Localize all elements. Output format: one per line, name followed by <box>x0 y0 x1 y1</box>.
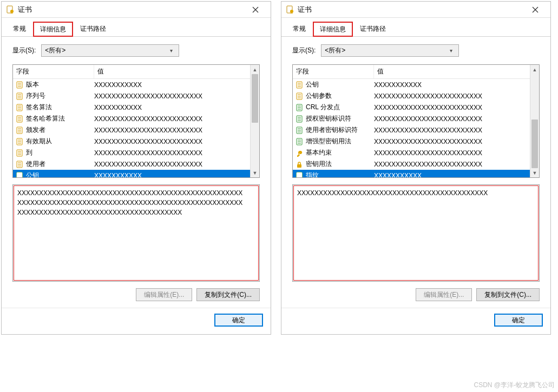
detail-text: XXXXXXXXXXXXXXXXXXXXXXXXXXXXXXXXXXXXXXXX… <box>297 188 535 198</box>
watermark: CSDN @李洋-蛟龙腾飞公司 <box>474 381 555 390</box>
doc-icon <box>15 171 24 178</box>
row-field: 密钥用法 <box>306 160 374 169</box>
detail-value-box[interactable]: XXXXXXXXXXXXXXXXXXXXXXXXXXXXXXXXXXXXXXXX… <box>292 184 540 282</box>
table-row[interactable]: 版本XXXXXXXXXXX <box>13 79 250 90</box>
tab-details[interactable]: 详细信息 <box>313 22 353 37</box>
row-field: 增强型密钥用法 <box>306 137 374 146</box>
ok-button[interactable]: 确定 <box>214 314 263 327</box>
row-field: CRL 分发点 <box>306 103 374 112</box>
list-scrollbar[interactable]: ▲ ▼ <box>530 65 539 177</box>
ext-icon <box>295 137 304 146</box>
scroll-up-icon[interactable]: ▲ <box>530 65 539 74</box>
tab-general[interactable]: 常规 <box>6 21 33 36</box>
scroll-down-icon[interactable]: ▼ <box>251 168 259 177</box>
row-field: 到 <box>26 148 94 157</box>
table-row[interactable]: 增强型密钥用法XXXXXXXXXXXXXXXXXXXXXXXXX <box>293 136 530 147</box>
table-row[interactable]: 基本约束XXXXXXXXXXXXXXXXXXXXXXXXX <box>293 147 530 158</box>
table-row[interactable]: 签名算法XXXXXXXXXXX <box>13 102 250 113</box>
row-value: XXXXXXXXXXX <box>94 104 248 111</box>
table-row[interactable]: 序列号XXXXXXXXXXXXXXXXXXXXXXXXX <box>13 90 250 102</box>
row-field: 签名哈希算法 <box>26 114 94 123</box>
row-value: XXXXXXXXXXXXXXXXXXXXXXXXX <box>94 149 248 157</box>
table-row[interactable]: 公钥参数XXXXXXXXXXXXXXXXXXXXXXXXX <box>293 90 530 102</box>
row-value: XXXXXXXXXXX <box>94 81 248 89</box>
doc-icon <box>295 81 304 89</box>
close-button[interactable] <box>245 2 266 17</box>
table-row[interactable]: 颁发者XXXXXXXXXXXXXXXXXXXXXXXXX <box>13 124 250 136</box>
copy-to-file-button[interactable]: 复制到文件(C)... <box>476 288 540 301</box>
doc-icon <box>295 171 304 178</box>
edit-properties-button: 编辑属性(E)... <box>136 288 192 301</box>
edit-properties-button: 编辑属性(E)... <box>416 288 472 301</box>
field-list[interactable]: 字段 值 公钥XXXXXXXXXXX公钥参数XXXXXXXXXXXXXXXXXX… <box>292 64 540 178</box>
row-field: 基本约束 <box>306 148 374 157</box>
show-select-value: <所有> <box>325 46 447 55</box>
table-row[interactable]: 密钥用法XXXXXXXXXXXXXXXXXXXXXXXXX <box>293 158 530 170</box>
scroll-thumb[interactable] <box>531 119 538 168</box>
doc-icon <box>15 126 24 135</box>
col-field[interactable]: 字段 <box>293 65 374 78</box>
row-value: XXXXXXXXXXXXXXXXXXXXXXXXX <box>374 115 528 123</box>
ext-icon <box>295 115 304 123</box>
detail-text: XXXXXXXXXXXXXXXXXXXXXXXXXXXXXXXXXXXXXXXX… <box>17 188 255 217</box>
show-select[interactable]: <所有> ▾ <box>321 44 459 57</box>
certificate-window-right: 证书 常规 详细信息 证书路径 显示(S): <所有> ▾ 字段 值 <box>281 1 551 335</box>
tab-general[interactable]: 常规 <box>286 21 313 36</box>
col-value[interactable]: 值 <box>374 65 530 78</box>
show-select[interactable]: <所有> ▾ <box>41 44 179 57</box>
copy-to-file-button[interactable]: 复制到文件(C)... <box>196 288 260 301</box>
tab-path[interactable]: 证书路径 <box>353 21 393 36</box>
row-value: XXXXXXXXXXXXXXXXXXXXXXXXX <box>374 138 528 145</box>
cert-icon <box>6 5 15 14</box>
table-row[interactable]: 签名哈希算法XXXXXXXXXXXXXXXXXXXXXXXXX <box>13 113 250 124</box>
titlebar: 证书 <box>2 2 271 18</box>
row-value: XXXXXXXXXXX <box>374 81 528 89</box>
row-value: XXXXXXXXXXXXXXXXXXXXXXXXX <box>94 127 248 134</box>
doc-icon <box>15 92 24 101</box>
list-scrollbar[interactable]: ▲ ▼ <box>250 65 259 177</box>
doc-icon <box>295 92 304 101</box>
table-row[interactable]: 公钥XXXXXXXXXXX <box>13 170 250 177</box>
table-row[interactable]: 指纹XXXXXXXXXXX <box>293 170 530 177</box>
tab-details[interactable]: 详细信息 <box>33 22 73 37</box>
ext-icon <box>295 103 304 112</box>
table-row[interactable]: 授权密钥标识符XXXXXXXXXXXXXXXXXXXXXXXXX <box>293 113 530 124</box>
ok-button[interactable]: 确定 <box>494 314 543 327</box>
scroll-thumb[interactable] <box>252 74 258 123</box>
table-row[interactable]: 使用者密钥标识符XXXXXXXXXXXXXXXXXXXXXXXXX <box>293 124 530 136</box>
table-row[interactable]: CRL 分发点XXXXXXXXXXXXXXXXXXXXXXXXX <box>293 102 530 113</box>
tab-path[interactable]: 证书路径 <box>73 21 113 36</box>
chevron-down-icon: ▾ <box>447 48 455 54</box>
cert-icon <box>286 5 294 14</box>
row-field: 公钥 <box>26 171 94 177</box>
row-field: 指纹 <box>306 171 374 177</box>
scroll-down-icon[interactable]: ▼ <box>530 168 539 177</box>
table-row[interactable]: 到XXXXXXXXXXXXXXXXXXXXXXXXX <box>13 147 250 158</box>
row-value: XXXXXXXXXXXXXXXXXXXXXXXXX <box>374 161 528 168</box>
doc-icon <box>15 115 24 123</box>
row-field: 版本 <box>26 80 94 89</box>
window-title: 证书 <box>298 5 524 15</box>
row-field: 签名算法 <box>26 103 94 112</box>
scroll-up-icon[interactable]: ▲ <box>251 65 259 74</box>
row-value: XXXXXXXXXXXXXXXXXXXXXXXXX <box>94 115 248 123</box>
row-field: 使用者密钥标识符 <box>306 125 374 135</box>
doc-icon <box>15 103 24 112</box>
show-label: 显示(S): <box>292 46 316 55</box>
col-value[interactable]: 值 <box>94 65 250 78</box>
doc-icon <box>15 81 24 89</box>
detail-value-box[interactable]: XXXXXXXXXXXXXXXXXXXXXXXXXXXXXXXXXXXXXXXX… <box>12 184 260 282</box>
row-field: 授权密钥标识符 <box>306 114 374 123</box>
row-value: XXXXXXXXXXXXXXXXXXXXXXXXX <box>94 92 248 100</box>
chevron-down-icon: ▾ <box>167 48 175 54</box>
window-title: 证书 <box>18 5 245 15</box>
table-row[interactable]: 有效期从XXXXXXXXXXXXXXXXXXXXXXXXX <box>13 136 250 147</box>
table-row[interactable]: 公钥XXXXXXXXXXX <box>293 79 530 90</box>
row-field: 序列号 <box>26 91 94 101</box>
field-list[interactable]: 字段 值 版本XXXXXXXXXXX序列号XXXXXXXXXXXXXXXXXXX… <box>12 64 260 178</box>
col-field[interactable]: 字段 <box>13 65 94 78</box>
close-button[interactable] <box>524 2 546 17</box>
doc-icon <box>15 137 24 146</box>
table-row[interactable]: 使用者XXXXXXXXXXXXXXXXXXXXXXXXX <box>13 158 250 170</box>
doc-icon <box>15 149 24 157</box>
